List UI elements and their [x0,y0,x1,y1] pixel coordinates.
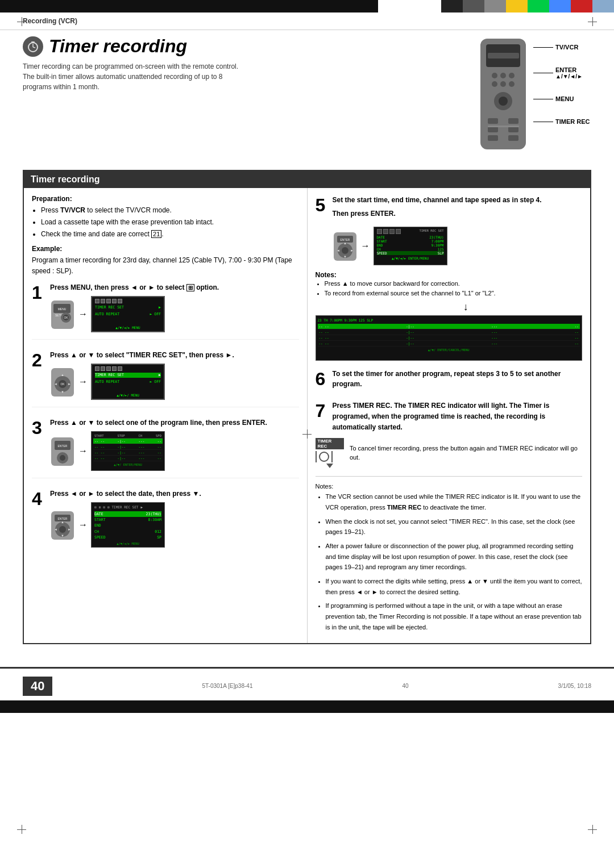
step-3-content: Press or to select one of the program li… [50,418,299,471]
svg-point-6 [492,73,497,78]
step5-down-arrow: ↓ [350,301,583,313]
prep-item-1: Press TV/VCR to select the TV/VCR mode. [41,205,299,216]
footer-meta-center: 40 [402,683,408,689]
label-line [533,99,553,99]
section-label: Recording (VCR) [23,17,77,25]
svg-point-11 [509,81,515,87]
svg-rect-20 [488,53,519,59]
step2-row1-val: ► OFF [150,379,161,385]
label-line [533,73,553,73]
step2-arrow: → [78,377,88,387]
remote-labels: TV/VCR ENTER ▲/▼/◄/► MENU [533,44,590,125]
preparation-label: Preparation: [32,195,299,203]
step-7-block: 7 Press TIMER REC. The TIMER REC indicat… [316,400,583,468]
step-2-images: ▲ ▼ ◄ ► OK → [50,364,299,400]
svg-rect-21 [488,126,519,127]
big-note-4: If you want to correct the digits while … [326,576,583,597]
color-green [528,0,549,12]
right-column: 5 Set the start time, end time, channel … [308,188,591,643]
step-1-number: 1 [32,282,44,303]
remote-label-tvvcr: TV/VCR [533,44,590,51]
step5-remote-svg: ENTER ▲ ▼ ◄ ► [333,231,358,261]
main-content: Timer recording Timer recording can be p… [0,30,614,667]
step5-ch: CH125 [377,247,444,251]
enter-label: ENTER [555,66,583,73]
screen-icon5 [118,299,122,303]
screen-icon2 [101,299,105,303]
step3-remote-svg: ENTER [50,436,75,466]
step-7-desc: Press TIMER REC. The TIMER REC indicator… [333,400,583,433]
page-footer: 40 5T-0301A [E]p38-41 40 3/1/05, 10:18 [0,667,614,700]
svg-text:▼: ▼ [61,390,64,394]
svg-text:◄: ◄ [337,249,340,252]
step5-notes-list: Press ▲ to move cursor backward for corr… [316,279,583,298]
step5s-row4: -- ---|------- [318,341,580,347]
big-note-1: The VCR section cannot be used while the… [326,491,583,512]
svg-rect-19 [508,135,518,141]
step5s-row2: -- ---|------- [318,329,580,335]
svg-rect-15 [508,118,518,124]
step5-icons: TIMER REC SET [377,229,444,234]
color-light-blue [592,0,614,12]
crosshair-center [302,429,312,439]
svg-text:►: ► [68,528,71,531]
color-dark [463,0,484,12]
svg-point-41 [60,455,65,461]
step2-nav: ▲/▼/►/ MENU [92,393,164,398]
svg-text:▼: ▼ [343,255,347,258]
top-bar-spacer [378,0,441,12]
step7-cancel-area: TIMER REC To cancel timer r [316,438,583,468]
timer-icon [23,36,43,57]
step-4-number: 4 [32,489,44,510]
timerrec-label: TIMER REC [555,118,590,125]
step-5-images: ENTER ▲ ▼ ◄ ► → [333,227,583,265]
step-5-then: Then press ENTER. [333,208,542,219]
step5-header: 5 Set the start time, end time, channel … [316,195,583,222]
step3-arrow: → [78,446,88,456]
example-label: Example: [32,245,299,253]
step1-screen-label: TIMER REC SET [95,305,124,310]
step-7-number: 7 [316,400,328,422]
step1-row1-label: AUTO REPEAT [95,312,119,317]
step-4-content: Press or to select the date, then press … [50,489,299,548]
step5-screen2-header: 23 TH 7:00PM 9:30PM 125 SLP [318,318,580,323]
screen-icon4 [112,299,117,303]
step-5-block: 5 Set the start time, end time, channel … [316,195,583,361]
step-2-block: 2 Press or to select "TIMER REC SET", th… [32,350,299,407]
svg-rect-17 [508,127,518,132]
step3-row-1: -- ---|------- [93,439,163,444]
step5-notes: Notes: Press ▲ to move cursor backward f… [316,271,583,298]
svg-point-7 [500,73,506,78]
step-6-block: 6 To set the timer for another program, … [316,369,583,393]
big-notes-title: Notes: [316,481,583,492]
svg-point-46 [59,526,66,533]
menu-label: MENU [555,95,574,102]
step5s-row3: -- ---|------- [318,335,580,341]
step1-nav: ▲/▼/◄/► MENU [92,326,164,330]
step4-ch-row: CH012 [94,529,161,535]
label-line [533,47,553,48]
crosshair-bottom-left [17,825,26,834]
step5-end: END9:30PM [377,243,444,247]
step1-remote-area: MENU SETUP OK [50,299,75,329]
step4-nav: ▲/▼/◄/► MENU [94,541,161,546]
step2-screen: TIMER REC SET ▶ AUTO REPEAT ► OFF ▲/▼/►/… [91,364,165,400]
timer-rec-triangle [326,464,333,468]
step5-second-screen: 23 TH 7:00PM 9:30PM 125 SLP -- ---|-----… [316,315,583,361]
arrows-label: ▲/▼/◄/► [555,73,583,80]
svg-text:►: ► [68,382,71,386]
step-6-desc: To set the timer for another program, re… [333,369,583,389]
svg-text:▼: ▼ [61,534,64,537]
title-section: Timer recording Timer recording can be p… [23,36,591,161]
header: Recording (VCR) [0,12,614,30]
step3-row-4: -- ---|------- [93,456,163,461]
page-title: Timer recording [23,36,466,57]
svg-point-8 [509,73,515,78]
step5-arrow: → [361,241,370,251]
timer-rec-circle [319,452,329,462]
big-notes: Notes: The VCR section cannot be used wh… [316,476,583,633]
step4-screen: ⊞ ⊞ ⊞ ⊞ TIMER REC SET ▶ DATE23(THU) [91,502,165,548]
step5-nav: ▲/▼/◄/► ENTER/MENU [377,256,444,260]
big-note-2: When the clock is not set, you cannot se… [326,516,583,537]
prep-item-2: Load a cassette tape with the erase prev… [41,217,299,228]
